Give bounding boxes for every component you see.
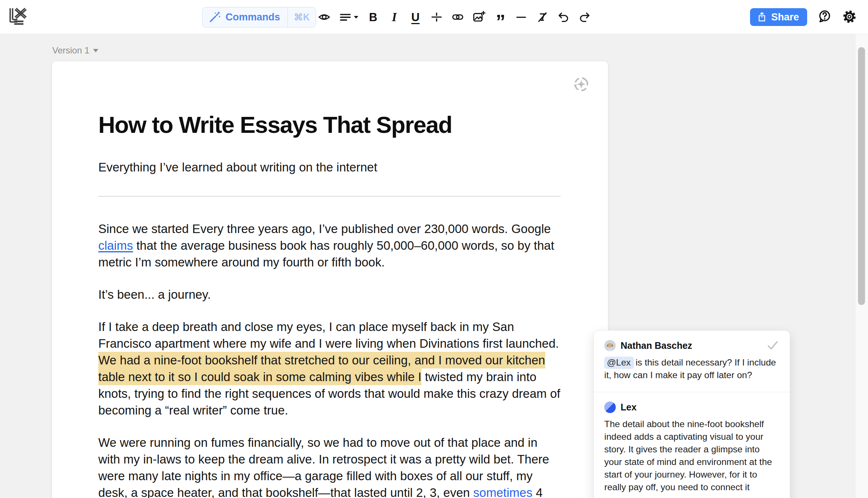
text-run: that the average business book has rough…: [98, 239, 554, 269]
section-divider: [98, 196, 560, 197]
link-icon: [451, 11, 465, 23]
clear-formatting-button[interactable]: [534, 9, 550, 25]
share-icon: [757, 11, 767, 23]
insert-image-button[interactable]: [471, 9, 487, 25]
chevron-down-icon: [93, 49, 98, 52]
scrollbar[interactable]: [855, 34, 868, 498]
underline-button[interactable]: U: [407, 9, 424, 25]
paragraph[interactable]: We were running on fumes financially, so…: [98, 434, 560, 498]
scrollbar-thumb[interactable]: [858, 47, 865, 305]
magic-wand-icon: [208, 10, 221, 24]
image-plus-icon: [472, 10, 486, 24]
comment-nathan: Nathan Baschez @Lexis this detail necess…: [594, 331, 790, 392]
document-body[interactable]: Since we started Every three years ago, …: [98, 220, 560, 498]
lex-logo-icon: [8, 7, 27, 26]
text-run: If I take a deep breath and close my eye…: [98, 320, 559, 350]
lex-logo[interactable]: [8, 7, 27, 26]
share-label: Share: [771, 12, 799, 23]
comment-thread-panel: Nathan Baschez @Lexis this detail necess…: [594, 330, 790, 498]
italic-glyph: I: [392, 11, 397, 23]
help-head-question-icon: [817, 9, 832, 25]
document-subtitle[interactable]: Everything I’ve learned about writing on…: [98, 160, 560, 175]
version-label: Version 1: [52, 45, 89, 56]
preview-button[interactable]: [316, 9, 332, 25]
document-title[interactable]: How to Write Essays That Spread: [98, 111, 560, 138]
version-selector[interactable]: Version 1: [52, 45, 98, 56]
mention-chip[interactable]: @Lex: [604, 357, 634, 369]
quote-icon: ”: [496, 20, 504, 23]
avatar-nathan: [604, 340, 616, 351]
commands-button[interactable]: Commands ⌘K: [202, 7, 316, 27]
eye-icon: [317, 11, 331, 23]
strikethrough-button[interactable]: [428, 9, 445, 25]
horizontal-rule-icon: [516, 17, 526, 18]
paragraph[interactable]: It’s been... a journey.: [98, 286, 560, 303]
share-button[interactable]: Share: [750, 8, 807, 26]
comment-lex: Lex The detail about the nine-foot books…: [594, 392, 790, 498]
comment-text-body: The detail about the nine-foot bookshelf…: [604, 419, 772, 492]
redo-button[interactable]: [576, 9, 593, 25]
inline-link[interactable]: sometimes: [473, 486, 533, 498]
text-run: It’s been... a journey.: [98, 288, 211, 301]
avatar-lex-ai: [604, 402, 616, 413]
undo-icon: [557, 10, 570, 24]
align-left-icon: [339, 11, 352, 23]
bold-button[interactable]: B: [365, 9, 381, 25]
resolve-check-icon[interactable]: [766, 340, 779, 351]
underline-glyph: U: [411, 12, 420, 23]
undo-button[interactable]: [555, 9, 572, 25]
text-run: Since we started Every three years ago, …: [98, 222, 551, 236]
clear-formatting-icon: [536, 11, 549, 23]
paragraph[interactable]: If I take a deep breath and close my eye…: [98, 318, 560, 419]
comment-text: The detail about the nine-foot bookshelf…: [604, 418, 779, 494]
comment-text: @Lexis this detail necessary? If I inclu…: [604, 356, 779, 381]
comment-author: Nathan Baschez: [621, 340, 692, 351]
chevron-down-icon: [354, 15, 359, 19]
link-button[interactable]: [450, 9, 466, 25]
formatting-toolbar: B I U: [316, 9, 593, 25]
strikethrough-icon: [430, 11, 443, 23]
horizontal-rule-button[interactable]: [513, 9, 529, 25]
bold-glyph: B: [369, 12, 377, 23]
document-card: How to Write Essays That Spread Everythi…: [52, 61, 608, 498]
commands-label: Commands: [226, 12, 280, 23]
blockquote-button[interactable]: ”: [492, 9, 508, 25]
ai-sparkle-refresh-icon[interactable]: [572, 75, 590, 93]
text-align-button[interactable]: [337, 9, 360, 25]
comment-author: Lex: [621, 402, 637, 413]
settings-button[interactable]: [841, 9, 858, 25]
gear-icon: [842, 9, 857, 25]
help-button[interactable]: [816, 9, 832, 25]
italic-button[interactable]: I: [386, 9, 402, 25]
commands-shortcut: ⌘K: [287, 7, 316, 27]
paragraph[interactable]: Since we started Every three years ago, …: [98, 220, 560, 271]
top-toolbar: Commands ⌘K: [0, 0, 868, 34]
inline-link[interactable]: claims: [98, 239, 133, 252]
redo-icon: [578, 10, 591, 24]
